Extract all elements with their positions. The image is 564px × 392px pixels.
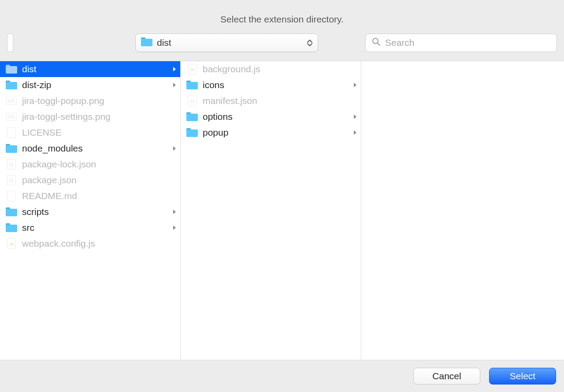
file-item-label: dist bbox=[22, 64, 173, 74]
file-item[interactable]: {}package-lock.json bbox=[0, 156, 180, 172]
svg-rect-5 bbox=[6, 66, 17, 74]
file-icon bbox=[5, 127, 18, 138]
file-item[interactable]: {}manifest.json bbox=[181, 93, 361, 109]
file-browser-columns: distdist-zipjira-toggl-popup.pngjira-tog… bbox=[0, 61, 564, 360]
chevron-right-icon bbox=[173, 225, 177, 230]
file-item-label: jira-toggl-popup.png bbox=[22, 96, 177, 106]
file-item-label: background.js bbox=[203, 64, 357, 74]
js-file-icon: JS bbox=[5, 238, 18, 249]
file-item[interactable]: JSwebpack.config.js bbox=[0, 236, 180, 251]
chevron-right-icon bbox=[173, 146, 177, 151]
file-item-label: webpack.config.js bbox=[22, 238, 177, 249]
chevron-right-icon bbox=[353, 130, 357, 135]
chevron-right-icon bbox=[173, 82, 177, 88]
svg-rect-14 bbox=[6, 145, 17, 153]
file-column-0[interactable]: distdist-zipjira-toggl-popup.pngjira-tog… bbox=[0, 61, 181, 360]
image-file-icon bbox=[5, 111, 18, 122]
file-item[interactable]: JSbackground.js bbox=[181, 61, 361, 77]
file-item[interactable]: popup bbox=[181, 125, 361, 141]
file-item-label: README.md bbox=[22, 191, 177, 201]
svg-rect-11 bbox=[8, 115, 15, 119]
path-dropdown[interactable]: dist bbox=[135, 33, 318, 52]
svg-text:JS: JS bbox=[190, 68, 194, 72]
folder-icon bbox=[5, 143, 18, 154]
folder-icon bbox=[5, 64, 18, 74]
file-item-label: src bbox=[22, 222, 173, 233]
chevron-right-icon bbox=[353, 114, 357, 119]
file-item-label: icons bbox=[203, 80, 353, 90]
folder-icon bbox=[186, 127, 198, 138]
svg-rect-23 bbox=[6, 225, 17, 232]
path-label: dist bbox=[157, 37, 307, 48]
image-file-icon bbox=[5, 96, 18, 106]
svg-rect-35 bbox=[186, 129, 198, 137]
file-item[interactable]: LICENSE bbox=[0, 125, 180, 141]
file-item[interactable]: options bbox=[181, 109, 361, 125]
svg-text:{}: {} bbox=[9, 178, 14, 183]
select-button[interactable]: Select bbox=[489, 368, 556, 385]
file-item[interactable]: node_modules bbox=[0, 141, 180, 156]
file-item[interactable]: dist-zip bbox=[0, 77, 180, 93]
json-file-icon: {} bbox=[186, 96, 198, 106]
file-item-label: package-lock.json bbox=[22, 159, 177, 170]
file-item-label: node_modules bbox=[22, 143, 173, 154]
file-item[interactable]: src bbox=[0, 220, 180, 236]
svg-text:{}: {} bbox=[190, 99, 195, 104]
file-item-label: manifest.json bbox=[203, 96, 357, 106]
file-column-2[interactable] bbox=[361, 61, 564, 360]
svg-rect-19 bbox=[7, 191, 16, 201]
file-item[interactable]: jira-toggl-popup.png bbox=[0, 93, 180, 109]
file-item-label: popup bbox=[203, 127, 353, 138]
chevron-right-icon bbox=[173, 67, 177, 72]
file-item[interactable]: README.md bbox=[0, 188, 180, 204]
folder-icon bbox=[141, 37, 152, 48]
chevron-right-icon bbox=[173, 209, 177, 214]
folder-icon bbox=[5, 207, 18, 217]
svg-rect-29 bbox=[186, 82, 198, 89]
svg-rect-7 bbox=[6, 82, 17, 89]
js-file-icon: JS bbox=[186, 64, 198, 74]
svg-rect-33 bbox=[186, 114, 198, 121]
file-item[interactable]: {}package.json bbox=[0, 172, 180, 188]
svg-point-2 bbox=[373, 38, 378, 44]
dialog-footer: Cancel Select bbox=[0, 360, 564, 392]
file-item[interactable]: scripts bbox=[0, 204, 180, 220]
svg-rect-9 bbox=[8, 99, 15, 103]
folder-icon bbox=[186, 111, 198, 122]
svg-text:{}: {} bbox=[9, 163, 14, 167]
folder-icon bbox=[5, 222, 18, 233]
file-item-label: dist-zip bbox=[22, 80, 173, 90]
svg-rect-1 bbox=[141, 39, 152, 46]
json-file-icon: {} bbox=[5, 175, 18, 185]
nav-back-button[interactable] bbox=[7, 33, 13, 52]
dialog-header: Select the extension directory. dist bbox=[0, 0, 564, 61]
search-input[interactable] bbox=[385, 37, 550, 48]
file-column-1[interactable]: JSbackground.jsicons{}manifest.jsonoptio… bbox=[181, 61, 361, 360]
file-item-label: scripts bbox=[22, 207, 173, 217]
svg-rect-21 bbox=[6, 209, 17, 216]
file-item-label: package.json bbox=[22, 175, 177, 185]
chevron-updown-icon bbox=[307, 39, 312, 47]
search-icon bbox=[372, 37, 381, 48]
file-item-label: LICENSE bbox=[22, 127, 177, 138]
file-item-label: options bbox=[203, 111, 353, 122]
file-item[interactable]: jira-toggl-settings.png bbox=[0, 109, 180, 125]
file-item-label: jira-toggl-settings.png bbox=[22, 111, 177, 122]
file-item[interactable]: dist bbox=[0, 61, 180, 77]
svg-text:JS: JS bbox=[9, 242, 14, 246]
file-icon bbox=[5, 191, 18, 201]
cancel-button[interactable]: Cancel bbox=[413, 368, 480, 385]
folder-icon bbox=[5, 80, 18, 90]
chevron-right-icon bbox=[353, 82, 357, 88]
json-file-icon: {} bbox=[5, 159, 18, 170]
dialog-title: Select the extension directory. bbox=[220, 14, 344, 25]
folder-icon bbox=[186, 80, 198, 90]
file-item[interactable]: icons bbox=[181, 77, 361, 93]
svg-line-3 bbox=[378, 43, 380, 45]
svg-rect-12 bbox=[7, 128, 16, 138]
search-field[interactable] bbox=[365, 33, 557, 52]
toolbar-row: dist bbox=[0, 33, 564, 52]
